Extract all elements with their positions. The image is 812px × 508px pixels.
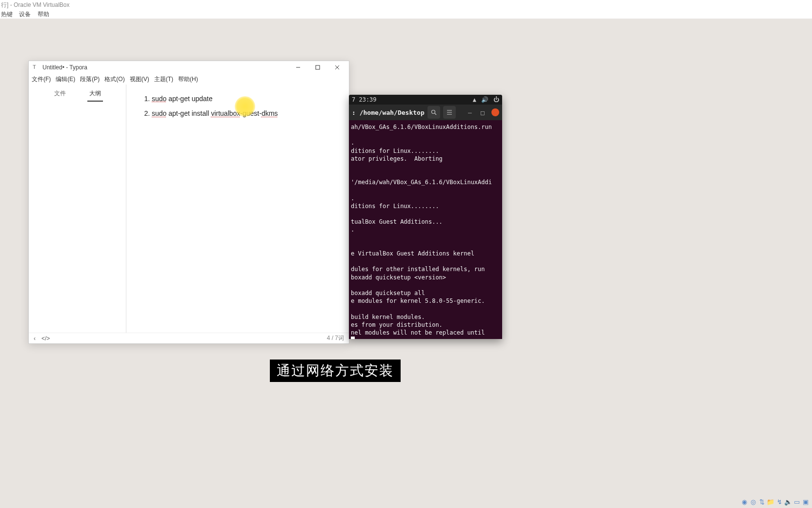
typora-app-icon: T xyxy=(33,64,40,71)
tray-optical-icon[interactable]: ◎ xyxy=(750,498,756,505)
term-close[interactable] xyxy=(491,108,499,116)
menu-file[interactable]: 文件(F) xyxy=(32,75,51,84)
typora-captionbar[interactable]: T Untitled• - Typora xyxy=(29,61,349,74)
tray-net-icon[interactable]: ↯ xyxy=(776,498,783,505)
code-text: sudo xyxy=(152,95,166,103)
term-line: ditions for Linux........ xyxy=(351,148,439,154)
svg-point-4 xyxy=(431,110,435,114)
typora-window: T Untitled• - Typora 文件(F) 编辑(E) 段落(P) 格… xyxy=(28,61,349,344)
network-icon[interactable]: ▲ xyxy=(473,96,476,103)
clock-text: 7 23:39 xyxy=(352,96,377,103)
term-line: es from your distribution. xyxy=(351,321,443,328)
tray-display-icon[interactable]: ▭ xyxy=(793,498,800,505)
close-button[interactable] xyxy=(327,61,347,74)
typora-sidepanel: 文件 大纲 xyxy=(29,85,126,333)
tab-outline[interactable]: 大纲 xyxy=(87,87,103,102)
hamburger-button[interactable] xyxy=(443,106,456,119)
vb-menu-help[interactable]: 帮助 xyxy=(38,11,49,18)
term-line: boxadd quicksetup <version> xyxy=(351,274,446,281)
tray-audio-icon[interactable]: 🔈 xyxy=(785,498,792,505)
vb-menu-hotkey[interactable]: 热键 xyxy=(1,11,13,18)
term-line: ah/VBox_GAs_6.1.6/VBoxLinuxAdditions.run xyxy=(351,124,492,130)
menu-help[interactable]: 帮助(H) xyxy=(178,75,198,84)
term-minimize[interactable]: – xyxy=(465,109,475,116)
term-line: '/media/wah/VBox_GAs_6.1.6/VBoxLinuxAddi xyxy=(351,179,492,186)
tray-folder-icon[interactable]: 📁 xyxy=(767,498,774,505)
typora-menubar: 文件(F) 编辑(E) 段落(P) 格式(O) 视图(V) 主题(T) 帮助(H… xyxy=(29,74,349,85)
virtualbox-menubar: 热键 设备 帮助 xyxy=(0,10,812,19)
terminal-header[interactable]: : /home/wah/Desktop – □ xyxy=(349,105,502,120)
term-line: boxadd quicksetup all xyxy=(351,290,425,296)
terminal-cursor xyxy=(351,337,355,339)
typora-editor[interactable]: sudo apt-get update sudo apt-get install… xyxy=(126,85,349,333)
menu-theme[interactable]: 主题(T) xyxy=(154,75,173,84)
virtualbox-tray: ◉ ◎ ⇅ 📁 ↯ 🔈 ▭ ▣ xyxy=(741,498,809,505)
term-line: e modules for kernel 5.8.0-55-generic. xyxy=(351,297,485,304)
virtualbox-titlebar: 行] - Oracle VM VirtualBox xyxy=(0,0,812,10)
code-text: apt-get update xyxy=(166,95,212,103)
term-line: ator privileges. Aborting xyxy=(351,155,443,162)
list-item[interactable]: sudo apt-get update xyxy=(152,93,335,104)
svg-line-5 xyxy=(435,113,436,115)
term-line: . xyxy=(351,139,354,146)
term-line: . xyxy=(351,195,354,202)
terminal-title: : /home/wah/Desktop xyxy=(352,109,425,116)
svg-rect-1 xyxy=(316,65,320,69)
code-text: -guest- xyxy=(240,109,262,117)
code-text: virtualbox xyxy=(211,109,240,117)
term-line: e VirtualBox Guest Additions kernel xyxy=(351,250,474,257)
term-line: nel modules will not be replaced until xyxy=(351,329,485,336)
code-text: sudo xyxy=(152,109,166,117)
word-count: 4 / 7词 xyxy=(327,334,344,342)
menu-para[interactable]: 段落(P) xyxy=(80,75,100,84)
tray-capture-icon[interactable]: ▣ xyxy=(802,498,809,505)
term-line: dules for other installed kernels, run xyxy=(351,266,485,273)
search-button[interactable] xyxy=(427,106,440,119)
term-line: ditions for Linux........ xyxy=(351,203,439,210)
term-line: build kernel modules. xyxy=(351,314,425,320)
term-maximize[interactable]: □ xyxy=(478,109,487,116)
menu-format[interactable]: 格式(O) xyxy=(104,75,124,84)
typora-title: Untitled• - Typora xyxy=(42,64,87,71)
volume-icon[interactable]: 🔊 xyxy=(481,96,488,103)
terminal-output[interactable]: ah/VBox_GAs_6.1.6/VBoxLinuxAdditions.run… xyxy=(349,120,502,339)
typora-statusbar: ‹ </> 4 / 7词 xyxy=(29,333,349,343)
power-icon[interactable]: ⏻ xyxy=(493,96,499,103)
terminal-window: 7 23:39 ▲ 🔊 ⏻ : /home/wah/Desktop – □ ah… xyxy=(349,95,502,339)
term-line: . xyxy=(351,226,354,233)
tray-usb-icon[interactable]: ⇅ xyxy=(758,498,765,505)
menu-view[interactable]: 视图(V) xyxy=(130,75,149,84)
list-item[interactable]: sudo apt-get install virtualbox-guest-dk… xyxy=(152,108,335,119)
subtitle-text: 通过网络方式安装 xyxy=(270,360,401,382)
code-text: apt-get install xyxy=(166,109,211,117)
vb-menu-devices[interactable]: 设备 xyxy=(19,11,31,18)
status-back-button[interactable]: ‹ xyxy=(34,335,36,342)
virtualbox-title: 行] - Oracle VM VirtualBox xyxy=(1,1,69,8)
gnome-topbar: 7 23:39 ▲ 🔊 ⏻ xyxy=(349,95,502,105)
menu-edit[interactable]: 编辑(E) xyxy=(56,75,75,84)
maximize-button[interactable] xyxy=(308,61,327,74)
minimize-button[interactable] xyxy=(288,61,308,74)
code-text: dkms xyxy=(262,109,278,117)
tab-file[interactable]: 文件 xyxy=(52,87,68,102)
tray-disc-icon[interactable]: ◉ xyxy=(741,498,748,505)
term-line: tualBox Guest Additions... xyxy=(351,218,443,225)
status-source-button[interactable]: </> xyxy=(41,335,50,342)
